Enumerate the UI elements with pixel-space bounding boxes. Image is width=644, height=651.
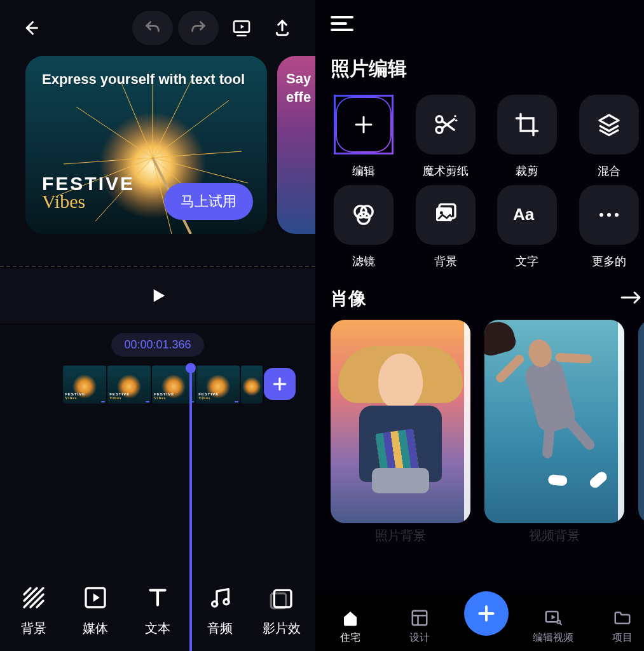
nav-edit-video[interactable]: 编辑视频 xyxy=(528,608,579,645)
music-icon xyxy=(207,585,233,610)
portrait-card[interactable] xyxy=(484,320,624,523)
portrait-card-peek[interactable] xyxy=(638,320,644,523)
nav-label: 住宅 xyxy=(340,631,360,645)
tool-label: 媒体 xyxy=(83,620,108,637)
tool-video-effect[interactable]: 影片效 xyxy=(253,584,310,637)
tile-filter[interactable]: 滤镜 xyxy=(331,185,397,269)
svg-rect-35 xyxy=(413,611,427,626)
right-topbar xyxy=(315,0,644,50)
tile-crop[interactable]: 裁剪 xyxy=(494,95,561,179)
tile-edit[interactable]: 编辑 xyxy=(331,95,397,179)
nav-home[interactable]: 住宅 xyxy=(325,608,376,645)
tool-audio[interactable]: 音频 xyxy=(191,584,249,637)
svg-point-33 xyxy=(607,213,611,217)
timecode: 00:00:01.366 xyxy=(111,333,203,357)
fab-create-button[interactable] xyxy=(464,591,509,636)
add-clip-button[interactable] xyxy=(264,368,296,400)
tile-text-tool[interactable]: Aa 文字 xyxy=(494,185,561,269)
tool-media[interactable]: 媒体 xyxy=(67,584,124,637)
promo-badge: FESTIVE Vibes xyxy=(42,173,135,212)
nav-label: 编辑视频 xyxy=(533,631,573,645)
section-header-portrait: 肖像 xyxy=(315,275,644,320)
tile-label: 背景 xyxy=(434,254,457,269)
scissors-icon xyxy=(433,112,458,137)
menu-icon xyxy=(331,15,353,32)
export-button[interactable] xyxy=(264,10,300,46)
editor-topbar xyxy=(0,0,315,56)
svg-point-23 xyxy=(454,115,456,117)
tile-label: 文字 xyxy=(516,254,538,269)
tile-label: 滤镜 xyxy=(352,254,375,269)
portrait-card[interactable] xyxy=(331,320,470,523)
tool-label: 文本 xyxy=(145,620,170,637)
play-icon xyxy=(148,286,167,305)
tool-label: 音频 xyxy=(207,620,233,637)
svg-point-32 xyxy=(599,213,603,217)
plus-icon xyxy=(352,113,375,136)
clip-strip[interactable]: FESTIVEVibes FESTIVEVibes FESTIVEVibes F… xyxy=(63,366,315,411)
image-icon xyxy=(433,202,458,228)
svg-point-24 xyxy=(455,120,457,121)
promo-card-text-tool[interactable]: Express yourself with text tool FESTIVE … xyxy=(25,56,267,234)
portrait-illustration xyxy=(484,329,624,493)
back-button[interactable] xyxy=(15,10,46,46)
undo-icon xyxy=(144,19,161,37)
timeline[interactable]: 00:00:01.366 FESTIVEVibes FESTIVEVibes F… xyxy=(0,324,315,573)
stripes-icon xyxy=(21,585,46,610)
nav-projects[interactable]: 项目 xyxy=(597,608,644,645)
section-title: 肖像 xyxy=(331,287,366,311)
try-now-button[interactable]: 马上试用 xyxy=(164,183,253,220)
layers-icon xyxy=(596,112,622,137)
bottom-nav: 住宅 设计 编辑视频 项目 xyxy=(315,581,644,651)
promo-card-peek[interactable]: Say effe xyxy=(277,56,315,234)
tile-blend[interactable]: 混合 xyxy=(576,95,643,179)
more-icon xyxy=(596,211,622,219)
tile-background[interactable]: 背景 xyxy=(413,185,479,269)
tile-label: 混合 xyxy=(598,163,620,179)
tool-text[interactable]: 文本 xyxy=(129,584,186,637)
play-control-bar xyxy=(0,267,315,324)
svg-point-34 xyxy=(615,213,619,217)
timeline-clip[interactable]: FESTIVEVibes xyxy=(107,366,151,404)
photo-edit-home-panel: 照片编辑 编辑 魔术剪纸 裁剪 混合 xyxy=(315,0,644,651)
tile-magic-cutout[interactable]: 魔术剪纸 xyxy=(413,95,479,179)
preview-carousel[interactable]: Express yourself with text tool FESTIVE … xyxy=(0,56,315,247)
plus-icon xyxy=(271,376,288,392)
tool-background[interactable]: 背景 xyxy=(5,584,62,637)
frames-icon xyxy=(269,585,294,610)
preview-button[interactable] xyxy=(224,10,259,46)
menu-button[interactable] xyxy=(331,15,356,35)
timeline-clip[interactable]: FESTIVEVibes xyxy=(63,366,106,404)
editor-toolbar: 背景 媒体 文本 音频 影片效 xyxy=(0,573,315,651)
portrait-illustration xyxy=(350,353,451,506)
video-edit-icon xyxy=(544,608,563,627)
tile-more[interactable]: 更多的 xyxy=(576,185,643,269)
plus-icon xyxy=(476,603,497,624)
monitor-play-icon xyxy=(231,18,252,38)
svg-text:Aa: Aa xyxy=(513,205,535,224)
svg-point-30 xyxy=(440,211,443,214)
media-icon xyxy=(83,585,108,610)
venn-icon xyxy=(351,202,376,228)
portrait-carousel[interactable] xyxy=(315,320,644,530)
folder-icon xyxy=(613,608,632,627)
layout-icon xyxy=(410,608,429,627)
playhead[interactable] xyxy=(189,369,192,651)
undo-button[interactable] xyxy=(132,11,173,45)
tile-label: 魔术剪纸 xyxy=(423,163,469,179)
portrait-caption: 视频背景 xyxy=(484,527,624,544)
text-icon xyxy=(145,585,170,610)
nav-design[interactable]: 设计 xyxy=(394,608,445,645)
play-button[interactable] xyxy=(146,284,169,307)
redo-button[interactable] xyxy=(178,11,219,45)
redo-icon xyxy=(189,19,207,37)
crop-icon xyxy=(514,112,540,137)
home-icon xyxy=(341,608,360,627)
tile-label: 更多的 xyxy=(592,254,626,269)
timeline-clip[interactable]: FESTIVEVibes xyxy=(196,366,240,404)
page-title: 照片编辑 xyxy=(315,50,644,86)
video-editor-panel: Express yourself with text tool FESTIVE … xyxy=(0,0,315,651)
svg-point-18 xyxy=(223,600,228,605)
section-more-button[interactable] xyxy=(620,290,642,308)
timeline-clip[interactable] xyxy=(241,366,263,404)
